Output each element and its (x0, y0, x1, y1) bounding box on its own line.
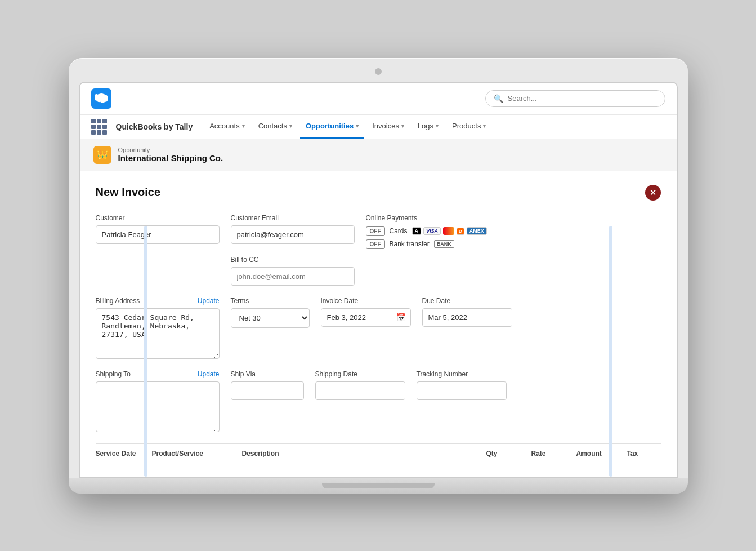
terms-group: Terms Net 30 Net 15 Net 60 Due on receip… (231, 297, 310, 328)
chevron-down-icon: ▾ (356, 123, 359, 129)
shipping-to-update[interactable]: Update (198, 370, 220, 378)
apple-pay-icon: A (412, 227, 422, 235)
customer-group: Customer (96, 214, 220, 244)
due-date-label: Due Date (422, 297, 512, 305)
customer-email-input[interactable] (231, 225, 355, 244)
col-amount: Amount (576, 450, 627, 457)
customer-email-label: Customer Email (231, 214, 355, 222)
billing-address-textarea[interactable]: 7543 Cedar Square Rd, Randleman, Nebrask… (96, 308, 220, 359)
tracking-number-group: Tracking Number (417, 370, 507, 400)
invoice-date-input[interactable] (321, 309, 392, 326)
shipping-date-label: Shipping Date (315, 370, 405, 378)
nav-logs[interactable]: Logs ▾ (412, 115, 444, 139)
col-rate: Rate (531, 450, 576, 457)
chevron-down-icon: ▾ (483, 123, 486, 129)
bank-transfer-label: Bank transfer (390, 240, 430, 248)
nav-invoices[interactable]: Invoices ▾ (366, 115, 410, 139)
bill-to-cc-input[interactable] (231, 267, 355, 286)
bank-icon: BANK (434, 240, 454, 248)
cards-label: Cards (390, 227, 408, 235)
salesforce-logo (91, 88, 111, 109)
breadcrumb-type: Opportunity (118, 146, 223, 153)
online-payments-label: Online Payments (366, 214, 487, 222)
col-description: Description (242, 450, 486, 457)
breadcrumb: 👑 Opportunity International Shipping Co. (80, 139, 677, 171)
online-payments-group: Online Payments OFF Cards A VISA D AMEX (366, 214, 487, 249)
search-input[interactable] (508, 94, 657, 103)
ship-via-group: Ship Via (231, 370, 304, 400)
col-product-service: Product/Service (152, 450, 242, 457)
breadcrumb-title: International Shipping Co. (118, 153, 223, 163)
line-items-table-header: Service Date Product/Service Description… (96, 443, 661, 463)
col-qty: Qty (486, 450, 531, 457)
terms-label: Terms (231, 297, 310, 305)
terms-select[interactable]: Net 30 Net 15 Net 60 Due on receipt (231, 308, 310, 328)
customer-label: Customer (96, 214, 220, 222)
shipping-date-group: Shipping Date 📅 (315, 370, 405, 400)
cards-toggle[interactable]: OFF (366, 226, 385, 236)
tracking-number-input[interactable] (417, 381, 507, 400)
bill-to-cc-group: Bill to CC (231, 256, 355, 286)
opportunity-icon: 👑 (93, 146, 111, 164)
discover-icon: D (457, 228, 464, 235)
customer-input[interactable] (96, 225, 220, 244)
chevron-down-icon: ▾ (436, 123, 439, 129)
search-icon: 🔍 (494, 94, 503, 103)
search-bar[interactable]: 🔍 (485, 90, 665, 107)
close-button[interactable]: ✕ (645, 185, 661, 201)
col-service-date: Service Date (96, 450, 152, 457)
nav-opportunities[interactable]: Opportunities ▾ (300, 115, 364, 139)
ship-via-input[interactable] (231, 381, 304, 400)
billing-address-update[interactable]: Update (198, 297, 220, 305)
chevron-down-icon: ▾ (242, 123, 245, 129)
billing-address-label: Billing Address (96, 297, 140, 305)
shipping-to-textarea[interactable] (96, 381, 220, 432)
invoice-date-calendar-icon[interactable]: 📅 (392, 309, 410, 325)
bill-to-cc-label: Bill to CC (231, 256, 355, 264)
invoice-date-label: Invoice Date (321, 297, 411, 305)
col-tax: Tax (627, 450, 661, 457)
due-date-input[interactable] (423, 309, 512, 326)
chevron-down-icon: ▾ (289, 123, 292, 129)
nav-accounts[interactable]: Accounts ▾ (204, 115, 250, 139)
amex-icon: AMEX (467, 227, 487, 235)
app-name: QuickBooks by Tally (116, 122, 193, 131)
invoice-date-group: Invoice Date 📅 (321, 297, 411, 327)
shipping-date-input[interactable] (316, 382, 405, 399)
grid-icon[interactable] (91, 119, 107, 135)
nav-products[interactable]: Products ▾ (446, 115, 491, 139)
card-icons: A VISA D AMEX (412, 227, 487, 235)
visa-icon: VISA (423, 227, 441, 235)
bank-toggle[interactable]: OFF (366, 239, 385, 249)
tracking-number-label: Tracking Number (417, 370, 507, 378)
due-date-group: Due Date 📅 (422, 297, 512, 327)
shipping-to-group: Shipping To Update (96, 370, 220, 432)
billing-address-group: Billing Address Update 7543 Cedar Square… (96, 297, 220, 359)
mastercard-icon (443, 227, 454, 235)
chevron-down-icon: ▾ (401, 123, 404, 129)
customer-email-group: Customer Email (231, 214, 355, 244)
ship-via-label: Ship Via (231, 370, 304, 378)
shipping-to-label: Shipping To (96, 370, 131, 378)
nav-contacts[interactable]: Contacts ▾ (253, 115, 298, 139)
invoice-title: New Invoice (96, 186, 161, 199)
